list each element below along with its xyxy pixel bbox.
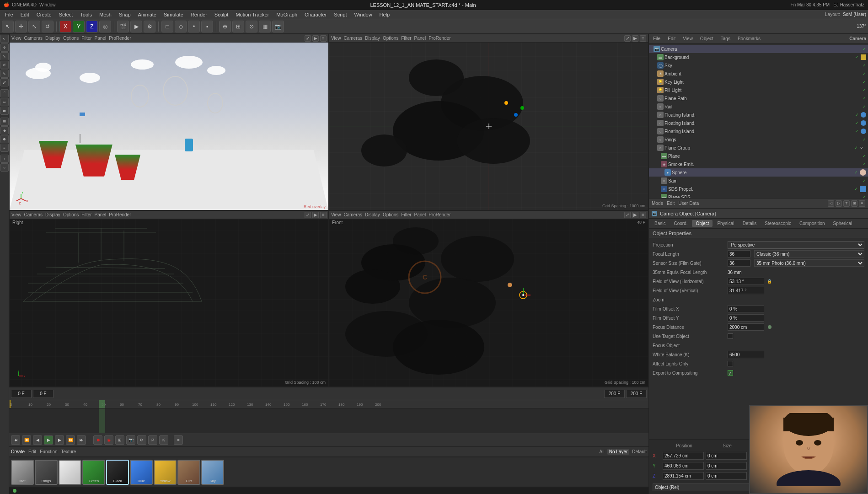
mat-swatch-blue[interactable]: Blue <box>130 460 153 485</box>
obj-row-planepath[interactable]: ○ Plane Path ✓ <box>649 94 868 102</box>
prop-tab-object[interactable]: Object <box>692 220 713 227</box>
obj-row-planesds[interactable]: ▬ Plane SDS ✓ <box>649 193 868 198</box>
vp-tab-options-2[interactable]: Options <box>383 36 398 41</box>
prop-mode-tab[interactable]: Mode <box>652 201 663 206</box>
btn-prev-key[interactable]: ⏪ <box>22 435 31 445</box>
obj-tab-bookmarks[interactable]: Bookmarks <box>735 35 763 42</box>
btn-auto-key[interactable]: ◉ <box>104 435 113 445</box>
prop-tab-coord[interactable]: Coord. <box>670 220 691 227</box>
vp-tab-prorender-4[interactable]: ProRender <box>429 212 450 217</box>
mat-swatch-black[interactable]: Black <box>106 460 129 485</box>
toolbox-twist[interactable]: ∞ <box>0 98 9 106</box>
vp-tab-view-3[interactable]: View <box>11 212 21 217</box>
vp-tab-view-4[interactable]: View <box>331 212 341 217</box>
btn-prev-frame[interactable]: ◀ <box>33 435 42 445</box>
obj-row-island1[interactable]: ○ Floating Island. ✓ <box>649 111 868 119</box>
vp-tab-panel-3[interactable]: Panel <box>95 212 107 217</box>
prop-tab-spherical[interactable]: Spherical <box>830 220 856 227</box>
vp-render-2[interactable]: ▶ <box>632 35 638 42</box>
toolbox-key[interactable]: ◆ <box>0 126 9 134</box>
vp-tab-filter-2[interactable]: Filter <box>401 36 411 41</box>
timeline-end-input[interactable] <box>604 390 625 398</box>
transform-x-size[interactable] <box>706 452 747 460</box>
layout-select[interactable]: SoM (User) <box>843 12 866 17</box>
vp-maximize-2[interactable]: ⤢ <box>624 35 631 42</box>
obj-row-camera[interactable]: 📷 Camera ✓ <box>649 45 868 53</box>
vp-tab-panel-4[interactable]: Panel <box>414 212 426 217</box>
toolbox-rotate[interactable]: ↺ <box>0 61 9 69</box>
vp-maximize-1[interactable]: ⤢ <box>305 35 311 42</box>
mat-swatch-sky[interactable]: Sky <box>201 460 224 485</box>
viewport-top[interactable]: View Cameras Display Options Filter Pane… <box>329 34 648 210</box>
tool-render-settings[interactable]: ⚙ <box>144 21 155 32</box>
obj-row-rail[interactable]: ○ Rail ✓ <box>649 102 868 111</box>
viewport-right[interactable]: View Cameras Display Options Filter Pane… <box>9 210 329 387</box>
obj-row-smokeem[interactable]: ◈ Smoke Emit. ✓ <box>649 160 868 168</box>
menu-motion-tracker[interactable]: Motion Tracker <box>232 11 272 18</box>
menu-edit[interactable]: Edit <box>17 11 32 18</box>
prop-icon-1[interactable]: ◁ <box>828 200 834 207</box>
btn-pos-key[interactable]: P <box>148 435 157 445</box>
btn-next-key[interactable]: ⏩ <box>66 435 75 445</box>
apple-menu[interactable]: 🍎 <box>4 2 9 7</box>
menu-animate[interactable]: Animate <box>135 11 160 18</box>
tool-poly-mode[interactable]: ▪ <box>201 21 213 32</box>
obj-row-sphere[interactable]: ● Sphere ✓ <box>649 168 868 177</box>
obj-tab-view[interactable]: View <box>680 35 695 42</box>
vp-menu-1[interactable]: ≡ <box>320 35 327 42</box>
tool-move[interactable]: ✛ <box>15 21 27 32</box>
vp-tab-prorender-1[interactable]: ProRender <box>109 36 131 41</box>
prop-userdata-tab[interactable]: User Data <box>678 201 699 206</box>
tool-select[interactable]: ↖ <box>2 21 14 32</box>
toolbox-record[interactable]: ⏺ <box>0 135 9 143</box>
obj-row-background[interactable]: ▬ Background ✓ <box>649 53 868 61</box>
prop-sensor-input[interactable] <box>728 259 750 267</box>
mat-swatch-yellow[interactable]: Yellow <box>154 460 177 485</box>
obj-tab-object[interactable]: Object <box>698 35 716 42</box>
menu-snap[interactable]: Snap <box>116 11 134 18</box>
vp-tab-filter-3[interactable]: Filter <box>81 212 91 217</box>
vp-maximize-3[interactable]: ⤢ <box>305 212 311 218</box>
menu-mograph[interactable]: MoGraph <box>273 11 300 18</box>
mat-swatch-dirt[interactable]: Dirt <box>177 460 200 485</box>
vp-tab-display-4[interactable]: Display <box>365 212 380 217</box>
prop-tab-physical[interactable]: Physical <box>713 220 738 227</box>
mat-swatch-green[interactable]: Green <box>82 460 105 485</box>
vp-tab-filter-4[interactable]: Filter <box>401 212 411 217</box>
tool-grid[interactable]: ⊞ <box>232 21 244 32</box>
vp-tab-cameras-3[interactable]: Cameras <box>24 212 43 217</box>
tool-scale[interactable]: ⤡ <box>28 21 40 32</box>
timeline-playback-end[interactable] <box>626 390 647 398</box>
prop-focal-input[interactable] <box>728 250 750 258</box>
viewport-front[interactable]: View Cameras Display Options Filter Pane… <box>329 210 648 387</box>
vp-tab-display-3[interactable]: Display <box>45 212 60 217</box>
vp-tab-display-2[interactable]: Display <box>365 36 380 41</box>
obj-row-island3[interactable]: ○ Floating Island. ✓ <box>649 127 868 135</box>
prop-use-target-checkbox[interactable] <box>728 333 733 339</box>
prop-fov-h-input[interactable] <box>728 278 764 285</box>
vp-tab-prorender-3[interactable]: ProRender <box>109 212 131 217</box>
menu-tools[interactable]: Tools <box>77 11 95 18</box>
tool-snap[interactable]: ⊕ <box>219 21 231 32</box>
mat-tab-create[interactable]: Create <box>11 449 25 454</box>
btn-go-end[interactable]: ⏭ <box>77 435 86 445</box>
toolbox-timeline[interactable]: ≡ <box>0 144 9 152</box>
obj-row-plane[interactable]: ▬ Plane ✓ <box>649 152 868 160</box>
tool-camera-obj[interactable]: 📷 <box>272 21 284 32</box>
tool-render[interactable]: ▶ <box>130 21 142 32</box>
vp-tab-filter-1[interactable]: Filter <box>81 36 91 41</box>
menu-sculpt[interactable]: Sculpt <box>211 11 232 18</box>
layer-opt-default[interactable]: Default <box>632 449 647 454</box>
btn-camera-key[interactable]: 📷 <box>126 435 135 445</box>
tool-workplane[interactable]: ▥ <box>259 21 271 32</box>
vp-menu-2[interactable]: ≡ <box>640 35 646 42</box>
timeline-start-input[interactable] <box>11 390 32 398</box>
obj-row-planegroup[interactable]: ○ Plane Group ✓ <box>649 144 868 152</box>
tool-magnet[interactable]: ⊙ <box>246 21 257 32</box>
menu-mesh[interactable]: Mesh <box>96 11 115 18</box>
prop-icon-2[interactable]: ▷ <box>836 200 842 207</box>
prop-affect-lights-checkbox[interactable] <box>728 361 733 366</box>
prop-icon-4[interactable]: ⊞ <box>851 200 857 207</box>
vp-tab-cameras-1[interactable]: Cameras <box>24 36 43 41</box>
prop-fov-h-lock[interactable]: 🔒 <box>767 279 772 284</box>
